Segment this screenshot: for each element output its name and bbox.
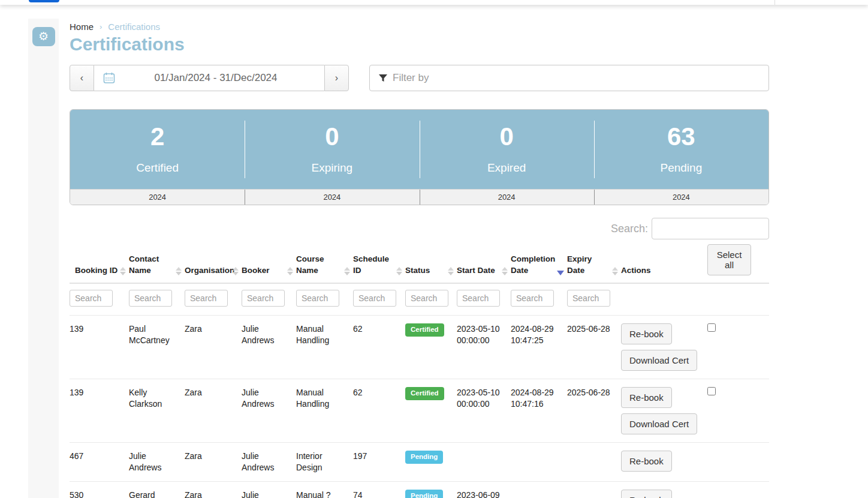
col-header-organisation[interactable]: Organisation	[185, 241, 242, 283]
cell-course-name: Manual Handling	[296, 316, 353, 379]
top-bar	[0, 0, 868, 5]
sort-icon[interactable]	[344, 267, 350, 275]
stats-panels: 2 Certified 0 Expiring 0 Expired 63 Pend…	[70, 110, 768, 189]
rebook-button[interactable]: Re-book	[621, 387, 672, 408]
gear-icon: ⚙	[38, 30, 49, 43]
filter-start-date-input[interactable]	[457, 290, 500, 307]
sort-icon[interactable]	[120, 267, 126, 275]
col-header-contact-name[interactable]: Contact Name	[129, 241, 185, 283]
download-cert-button[interactable]: Download Cert	[621, 350, 697, 371]
status-badge: Pending	[405, 490, 443, 498]
filter-booking-id-input[interactable]	[70, 290, 113, 307]
download-cert-button[interactable]: Download Cert	[621, 413, 697, 434]
breadcrumb-home-link[interactable]: Home	[70, 22, 94, 32]
col-header-schedule-id[interactable]: Schedule ID	[353, 241, 405, 283]
controls-row: ‹ 01/Jan/2024 - 31/Dec/2024 ›	[70, 65, 769, 91]
sort-icon[interactable]	[502, 267, 508, 275]
date-next-button[interactable]: ›	[324, 65, 349, 91]
stat-pending-value: 63	[667, 124, 695, 149]
cell-booking-id: 467	[70, 443, 129, 482]
table-search-input[interactable]	[652, 218, 769, 239]
select-all-button[interactable]: Select all	[707, 244, 751, 275]
sort-desc-icon[interactable]	[557, 271, 564, 275]
table-row: 467 Julie Andrews Zara Julie Andrews Int…	[70, 443, 769, 482]
sort-icon[interactable]	[448, 267, 454, 275]
cell-start-date: 2023-05-10 00:00:00	[457, 379, 511, 443]
sort-icon[interactable]	[287, 267, 293, 275]
column-filter-row	[70, 283, 769, 316]
filter-organisation-input[interactable]	[185, 290, 228, 307]
stat-expired-label: Expired	[487, 161, 526, 175]
col-header-booking-id[interactable]: Booking ID	[70, 241, 129, 283]
date-prev-button[interactable]: ‹	[70, 65, 94, 91]
cell-booker: Julie Andrews	[242, 316, 296, 379]
row-select-checkbox[interactable]	[707, 387, 716, 395]
col-header-booker[interactable]: Booker	[242, 241, 296, 283]
sidebar: ⚙	[28, 19, 59, 498]
col-header-course-name[interactable]: Course Name	[296, 241, 353, 283]
rebook-button[interactable]: Re-book	[621, 451, 672, 472]
cell-schedule-id: 197	[353, 443, 405, 482]
topbar-divider	[774, 0, 775, 5]
calendar-icon	[103, 71, 116, 85]
stat-pending-year: 2024	[594, 190, 768, 205]
stat-certified-value: 2	[150, 124, 164, 149]
cell-contact-name: Gerard Butler	[129, 481, 185, 498]
stats-bar: 2 Certified 0 Expiring 0 Expired 63 Pend…	[70, 109, 769, 205]
search-label: Search:	[611, 223, 648, 235]
filter-booker-input[interactable]	[242, 290, 285, 307]
rebook-button[interactable]: Re-book	[621, 490, 672, 498]
filter-expiry-date-input[interactable]	[567, 290, 610, 307]
sort-icon[interactable]	[233, 267, 239, 275]
cell-booking-id: 139	[70, 379, 129, 443]
stat-pending-label: Pending	[661, 161, 703, 175]
cell-completion-date	[511, 481, 567, 498]
date-range-display[interactable]: 01/Jan/2024 - 31/Dec/2024	[94, 65, 324, 91]
stat-expired: 0 Expired	[420, 110, 594, 189]
table-header: Booking ID Contact Name Organisation Boo…	[70, 241, 769, 316]
rebook-button[interactable]: Re-book	[621, 323, 672, 344]
col-header-expiry-date[interactable]: Expiry Date	[567, 241, 621, 283]
cell-schedule-id: 74	[353, 481, 405, 498]
cell-booker: Julie Andrews	[242, 481, 296, 498]
sort-icon[interactable]	[612, 267, 618, 275]
cell-contact-name: Kelly Clarkson	[129, 379, 185, 443]
col-header-status[interactable]: Status	[405, 241, 457, 283]
filter-input[interactable]	[393, 72, 760, 84]
stat-pending: 63 Pending	[594, 110, 768, 189]
cell-completion-date: 2024-08-29 10:47:16	[511, 379, 567, 443]
col-header-completion-date[interactable]: Completion Date	[511, 241, 567, 283]
status-badge: Certified	[405, 387, 444, 400]
cell-course-name: Interior Design	[296, 443, 353, 482]
cell-completion-date	[511, 443, 567, 482]
cell-organisation: Zara	[185, 316, 242, 379]
date-range-text: 01/Jan/2024 - 31/Dec/2024	[116, 72, 316, 84]
cell-expiry-date	[567, 481, 621, 498]
cell-expiry-date	[567, 443, 621, 482]
cell-expiry-date: 2025-06-28	[567, 379, 621, 443]
filter-course-name-input[interactable]	[296, 290, 339, 307]
cell-contact-name: Paul McCartney	[129, 316, 185, 379]
stat-certified-label: Certified	[136, 161, 179, 175]
cell-course-name: Manual ? Handling	[296, 481, 353, 498]
cell-expiry-date: 2025-06-28	[567, 316, 621, 379]
cell-booker: Julie Andrews	[242, 379, 296, 443]
sort-icon[interactable]	[176, 267, 182, 275]
filter-contact-name-input[interactable]	[129, 290, 172, 307]
filter-status-input[interactable]	[405, 290, 448, 307]
top-nav-pill[interactable]	[29, 0, 59, 2]
col-header-start-date[interactable]: Start Date	[457, 241, 511, 283]
stats-years: 2024 2024 2024 2024	[70, 189, 768, 205]
filter-completion-date-input[interactable]	[511, 290, 554, 307]
col-header-actions: Actions	[621, 241, 707, 283]
stat-expiring-label: Expiring	[312, 161, 353, 175]
filter-bar[interactable]	[369, 65, 769, 91]
filter-schedule-id-input[interactable]	[353, 290, 396, 307]
row-select-checkbox[interactable]	[707, 323, 716, 332]
settings-button[interactable]: ⚙	[32, 27, 55, 46]
cell-booking-id: 139	[70, 316, 129, 379]
table-row: 139 Paul McCartney Zara Julie Andrews Ma…	[70, 316, 769, 379]
cell-contact-name: Julie Andrews	[129, 443, 185, 482]
stat-expiring: 0 Expiring	[245, 110, 419, 189]
sort-icon[interactable]	[396, 267, 402, 275]
